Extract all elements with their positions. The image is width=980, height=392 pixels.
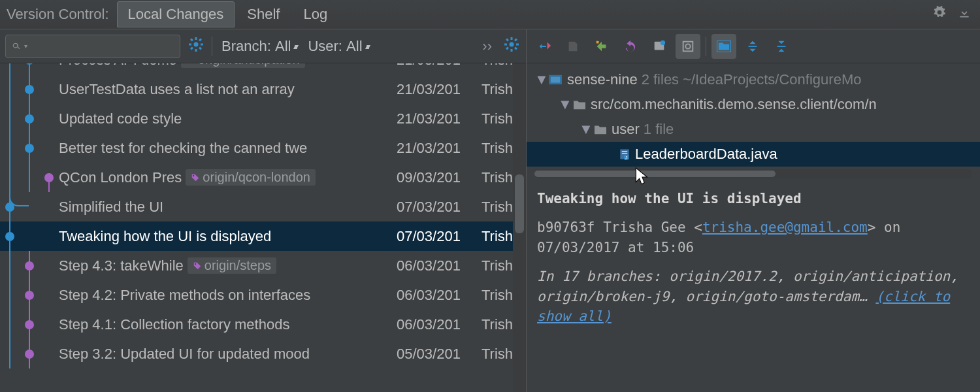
commit-row[interactable]: UserTestData uses a list not an array21/… (0, 74, 526, 104)
commit-subject: Tweaking how the UI is displayed (537, 189, 970, 208)
log-settings-gear-icon[interactable] (502, 35, 521, 57)
commit-email[interactable]: trisha.gee@gmail.com (702, 220, 868, 235)
tree-folder[interactable]: ▼ user 1 file (527, 117, 980, 142)
log-filter-bar: ▾ Branch: All▴▾ User: All▴▾ ›› (0, 29, 526, 63)
detail-panel: ▼ sense-nine 2 files ~/IdeaProjects/Conf… (527, 29, 980, 392)
tree-root-count: 2 files (642, 71, 679, 88)
revert-icon[interactable] (589, 34, 614, 59)
commit-message: UserTestData uses a list not an array (59, 81, 295, 98)
user-filter[interactable]: User: All▴▾ (305, 38, 370, 55)
svg-rect-15 (514, 46, 517, 50)
commit-message: Step 4.1: Collection factory methods (59, 316, 289, 333)
svg-rect-12 (504, 43, 507, 45)
commit-row[interactable]: Tweaking how the UI is displayed07/03/20… (0, 221, 526, 251)
expand-all-icon[interactable] (740, 34, 765, 59)
svg-rect-30 (551, 77, 560, 83)
history-icon[interactable] (647, 34, 672, 59)
commit-row[interactable]: Simplified the UI07/03/201Trish (0, 192, 526, 221)
commit-date: 21/03/201 (397, 110, 482, 127)
svg-rect-5 (190, 38, 193, 41)
svg-rect-11 (511, 49, 513, 52)
tag-icon (186, 63, 195, 65)
commit-message: Simplified the UI (59, 199, 163, 216)
commit-author: Trisha Gee (603, 220, 685, 235)
tab-shelf[interactable]: Shelf (236, 1, 291, 27)
svg-rect-4 (201, 43, 203, 45)
commit-row[interactable]: Step 4.3: takeWhileorigin/steps06/03/201… (0, 251, 526, 280)
tab-local-changes[interactable]: Local Changes (117, 1, 235, 27)
group-by-dir-icon[interactable] (711, 34, 736, 59)
svg-rect-1 (195, 37, 197, 40)
commit-time: 15:06 (653, 240, 694, 255)
commit-date: 06/03/201 (397, 257, 482, 274)
settings-gear-icon[interactable] (928, 3, 951, 25)
branch-tag[interactable]: origin/steps (188, 257, 276, 274)
commit-date: 07/03/201 (397, 228, 482, 245)
search-icon (11, 41, 22, 52)
changed-files-tree[interactable]: ▼ sense-nine 2 files ~/IdeaProjects/Conf… (527, 63, 980, 186)
commit-row[interactable]: Better test for checking the canned twe2… (0, 133, 526, 163)
log-panel: ▾ Branch: All▴▾ User: All▴▾ ›› Process A… (0, 29, 527, 392)
commit-row[interactable]: Updated code style21/03/201Trish (0, 104, 526, 133)
commit-row[interactable]: Step 4.1: Collection factory methods06/0… (0, 310, 526, 339)
commit-row[interactable]: Process API demoorigin/anticipation21/03… (0, 63, 526, 74)
branch-filter[interactable]: Branch: All▴▾ (219, 38, 299, 55)
tree-package[interactable]: ▼ src/com.mechanitis.demo.sense.client/c… (527, 92, 980, 117)
tree-root[interactable]: ▼ sense-nine 2 files ~/IdeaProjects/Conf… (527, 67, 980, 92)
svg-text:J: J (625, 155, 627, 160)
commit-row[interactable]: QCon London Presorigin/qcon-london09/03/… (0, 163, 526, 192)
svg-rect-16 (506, 46, 509, 50)
tree-hscroll[interactable] (534, 169, 972, 178)
svg-point-23 (661, 40, 665, 44)
chevron-down-icon: ▼ (579, 121, 589, 138)
commit-message: Step 3.2: Updated UI for updated mood (59, 346, 310, 363)
filter-gear-icon[interactable] (187, 35, 205, 57)
branch-tag[interactable]: origin/anticipation (181, 63, 305, 68)
tree-root-name: sense-nine (567, 71, 638, 88)
commit-message: Step 4.3: takeWhile (59, 257, 184, 274)
log-scrollbar[interactable] (513, 63, 526, 392)
preview-diff-icon[interactable] (676, 34, 700, 59)
tag-icon (193, 261, 202, 270)
commit-message: Step 4.2: Private methods on interfaces (59, 287, 310, 304)
branch-tag[interactable]: origin/qcon-london (186, 169, 316, 186)
tree-file[interactable]: J LeaderboardData.java (527, 142, 980, 167)
patch-icon[interactable] (561, 34, 585, 59)
collapse-all-icon[interactable] (769, 34, 794, 59)
log-search-input[interactable]: ▾ (5, 35, 180, 58)
commit-log[interactable]: Process API demoorigin/anticipation21/03… (0, 63, 526, 392)
chevron-down-icon: ▼ (558, 96, 568, 113)
svg-rect-6 (199, 46, 202, 50)
svg-rect-13 (516, 43, 519, 45)
svg-rect-32 (622, 151, 627, 152)
undo-icon[interactable] (618, 34, 643, 59)
svg-point-9 (510, 42, 514, 46)
detail-toolbar (527, 29, 980, 63)
svg-rect-14 (506, 38, 509, 41)
svg-rect-24 (683, 41, 693, 51)
commit-message: QCon London Pres (59, 169, 182, 186)
commit-date: 05/03/201 (397, 346, 482, 363)
svg-point-19 (193, 174, 194, 176)
commit-branches: In 17 branches: origin/2017.2, origin/an… (537, 267, 970, 326)
commit-date: 07/03/2017 (537, 240, 619, 255)
more-filters-icon[interactable]: ›› (478, 38, 496, 55)
commit-message: Process API demo (59, 63, 177, 69)
tab-log[interactable]: Log (292, 1, 338, 27)
commit-date: 21/03/201 (397, 140, 482, 157)
tree-folder-name: user (612, 121, 640, 138)
commit-row[interactable]: Step 3.2: Updated UI for updated mood05/… (0, 339, 526, 368)
commit-hash: b90763f (537, 220, 595, 235)
download-icon[interactable] (953, 3, 976, 25)
svg-rect-3 (189, 43, 191, 45)
commit-message: Updated code style (59, 110, 182, 127)
svg-rect-33 (622, 153, 627, 154)
commit-row[interactable]: Step 4.2: Private methods on interfaces0… (0, 280, 526, 310)
module-icon (549, 74, 563, 86)
svg-rect-10 (511, 37, 513, 40)
cherry-pick-icon[interactable] (532, 34, 557, 59)
tree-folder-count: 1 file (644, 121, 674, 138)
commit-detail: Tweaking how the UI is displayed b90763f… (527, 186, 980, 332)
commit-date: 09/03/201 (397, 169, 482, 186)
tree-root-path: ~/IdeaProjects/ConfigureMo (683, 71, 861, 88)
